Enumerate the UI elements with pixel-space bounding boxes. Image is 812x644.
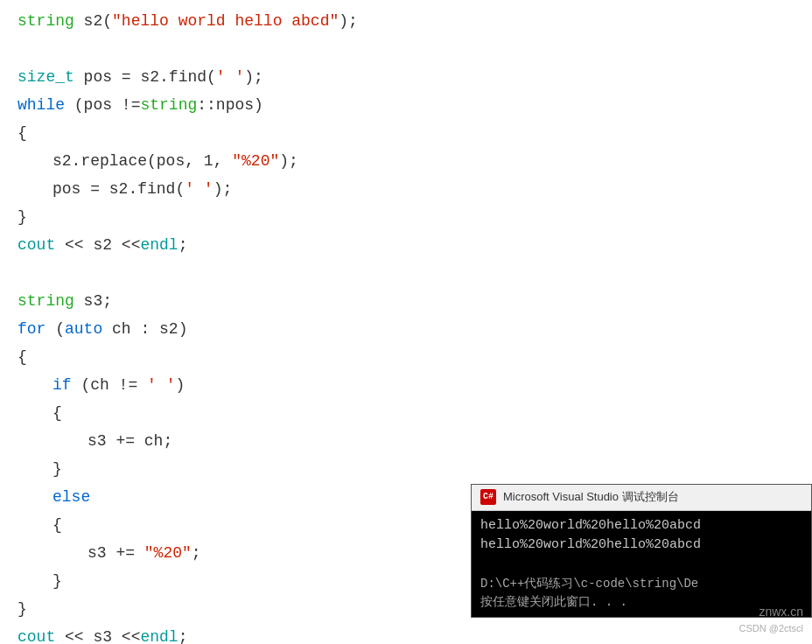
vs-icon: C# — [480, 489, 496, 505]
code-line-7: } — [18, 205, 794, 233]
console-line-blank — [480, 556, 802, 576]
console-title: Microsoft Visual Studio 调试控制台 — [503, 488, 679, 507]
code-line-blank-2 — [18, 261, 794, 289]
console-line-2: hello%20world%20hello%20abcd — [480, 536, 802, 556]
code-line-13: { — [18, 401, 794, 429]
console-body: hello%20world%20hello%20abcd hello%20wor… — [472, 511, 811, 618]
keyword-for: for — [18, 317, 46, 342]
code-line-9: string s3; — [18, 289, 794, 317]
code-line-12: if (ch != ' ') — [18, 373, 794, 401]
code-line-11: { — [18, 345, 794, 373]
watermark-site: znwx.cn — [738, 602, 803, 621]
keyword-string: string — [18, 9, 74, 34]
keyword-size_t: size_t — [18, 65, 74, 90]
code-line-4: { — [18, 121, 794, 149]
console-line-1: hello%20world%20hello%20abcd — [480, 516, 802, 536]
string-literal: "hello world hello abcd" — [112, 9, 339, 34]
code-line-3: while (pos != string::npos) — [18, 93, 794, 121]
keyword-if: if — [52, 373, 72, 398]
console-window[interactable]: C# Microsoft Visual Studio 调试控制台 hello%2… — [471, 484, 812, 618]
code-line-8: cout << s2 << endl; — [18, 233, 794, 261]
code-line-6: pos = s2.find(' '); — [18, 177, 794, 205]
code-line-21: cout << s3 << endl; — [18, 625, 794, 644]
code-line-14: s3 += ch; — [18, 429, 794, 457]
code-line-1: string s2("hello world hello abcd"); — [18, 9, 794, 37]
watermark: znwx.cn CSDN @2ctscl — [738, 602, 803, 637]
code-line-2: size_t pos = s2.find(' '); — [18, 65, 794, 93]
keyword-cout: cout — [18, 233, 55, 258]
code-line-blank-1 — [18, 37, 794, 65]
code-line-10: for (auto ch : s2) — [18, 317, 794, 345]
code-line-5: s2.replace(pos, 1, "%20"); — [18, 149, 794, 177]
console-titlebar: C# Microsoft Visual Studio 调试控制台 — [472, 485, 811, 511]
code-line-15: } — [18, 457, 794, 485]
code-editor: string s2("hello world hello abcd"); siz… — [0, 0, 812, 644]
keyword-while: while — [18, 93, 65, 118]
console-line-path: D:\C++代码练习\c-code\string\De — [480, 575, 802, 593]
keyword-else: else — [52, 485, 90, 510]
code-text: s2( — [74, 9, 112, 34]
watermark-csdn: CSDN @2ctscl — [738, 621, 803, 637]
